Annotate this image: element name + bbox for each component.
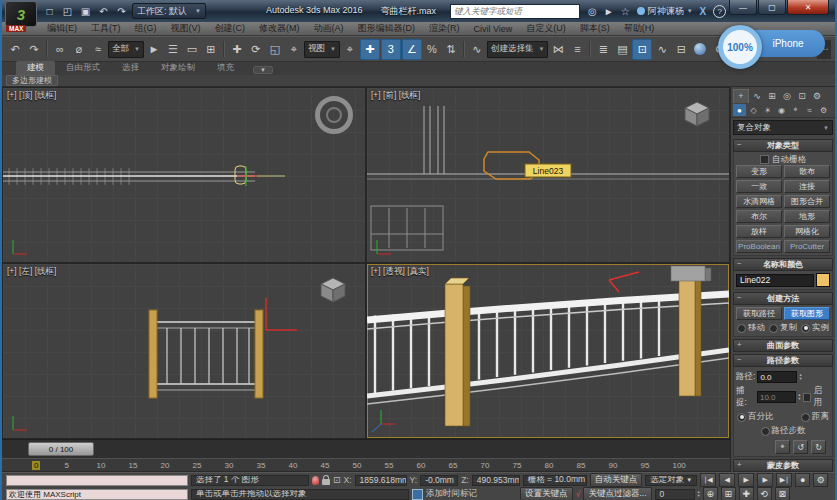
select-object-icon[interactable]: ► (145, 40, 163, 59)
offset-mode-icon[interactable]: ⊡ (333, 475, 341, 485)
rollout-skin-params-header[interactable]: +蒙皮参数 (733, 459, 833, 472)
undo-button[interactable]: ↶ (96, 4, 111, 18)
coord-system-dropdown[interactable]: 视图▼ (304, 41, 340, 58)
select-by-name-icon[interactable]: ☰ (164, 40, 182, 59)
zoom-icon[interactable]: ⊕ (703, 487, 718, 500)
spinner-arrows[interactable]: ▴▾ (798, 393, 800, 401)
geometry-category-dropdown[interactable]: 复合对象▼ (733, 120, 833, 135)
y-coordinate-field[interactable]: -0.0mm (420, 475, 458, 486)
auto-key-button[interactable]: 自动关键点 (590, 473, 643, 487)
object-color-swatch[interactable] (816, 273, 830, 287)
object-type-button[interactable]: 一致 (736, 180, 782, 193)
radio-move[interactable]: 移动 (737, 322, 765, 334)
tab-create[interactable]: + (733, 89, 749, 103)
viewport-perspective[interactable]: [+] [透视] [真实] (367, 264, 729, 438)
track-bar-tick[interactable]: 90 (608, 461, 640, 470)
time-slider-track[interactable]: 0 / 100 (2, 439, 730, 459)
tab-modify[interactable]: ∿ (750, 89, 764, 102)
save-file-button[interactable]: ▣ (78, 4, 93, 18)
rect-selection-region-icon[interactable]: ▭ (183, 40, 201, 59)
polygon-modeling-panel[interactable]: 多边形建模 (6, 75, 58, 86)
app-logo-button[interactable]: 3 (5, 1, 37, 27)
object-type-button[interactable]: 散布 (784, 165, 830, 178)
category-geometry-icon[interactable]: ● (733, 104, 746, 116)
select-place-icon[interactable]: ⌖ (285, 40, 303, 59)
undo-icon[interactable]: ↶ (6, 40, 24, 59)
get-path-button[interactable]: 获取路径 (736, 307, 782, 320)
tab-hierarchy[interactable]: ⊞ (765, 89, 779, 102)
help-search[interactable] (450, 4, 580, 19)
object-type-button[interactable]: 变形 (736, 165, 782, 178)
redo-icon[interactable]: ↷ (25, 40, 43, 59)
favorites-star-icon[interactable]: ☆ (621, 6, 630, 17)
radio-instance[interactable]: 实例 (801, 322, 829, 334)
spinner-arrows[interactable]: ▴▾ (799, 373, 801, 381)
snap-enable-checkbox[interactable] (803, 393, 812, 402)
align-icon[interactable]: ≡ (568, 40, 586, 59)
menu-item[interactable]: 编辑(E) (40, 22, 84, 35)
viewport-perspective-label[interactable]: [+] [透视] [真实] (371, 266, 429, 278)
zoom-all-icon[interactable]: ⊞ (721, 487, 736, 500)
angle-snap-icon[interactable]: ∠ (402, 39, 422, 60)
tab-display[interactable]: ⊡ (795, 89, 809, 102)
selection-set-dropdown[interactable]: 选定对象▼ (645, 475, 697, 486)
track-bar-tick[interactable]: 70 (480, 461, 512, 470)
next-shape-button[interactable]: ↻ (811, 440, 826, 454)
time-slider-handle[interactable]: 0 / 100 (28, 442, 94, 456)
graphite-toggle-icon[interactable]: ▤ (613, 40, 631, 59)
track-bar-tick[interactable]: 80 (544, 461, 576, 470)
curve-editor-icon[interactable]: ∿ (653, 40, 671, 59)
category-lights-icon[interactable]: ☀ (761, 104, 774, 116)
object-type-button[interactable]: 图形合并 (784, 195, 830, 208)
object-type-button[interactable]: ProCutter (784, 240, 830, 253)
bind-spacewarp-icon[interactable]: ≈ (89, 40, 107, 59)
object-type-button[interactable]: 放样 (736, 225, 782, 238)
track-bar-tick[interactable]: 15 (128, 461, 160, 470)
workspace-dropdown[interactable]: 工作区: 默认▼ (132, 3, 206, 19)
track-bar-tick[interactable]: 85 (576, 461, 608, 470)
track-bar[interactable]: 0510152025303540455055606570758085909510… (2, 459, 730, 472)
object-type-button[interactable]: 水滴网格 (736, 195, 782, 208)
menu-item[interactable]: 图形编辑器(D) (351, 22, 423, 35)
pivot-center-icon[interactable]: ⌖ (341, 40, 359, 59)
viewcube-icon[interactable] (321, 278, 345, 302)
new-file-button[interactable]: □ (42, 4, 57, 18)
pan-icon[interactable]: ✚ (739, 487, 754, 500)
track-bar-tick[interactable]: 65 (448, 461, 480, 470)
track-bar-tick[interactable]: 75 (512, 461, 544, 470)
ribbon-tab[interactable]: 对象绘制 (150, 61, 206, 75)
menu-item[interactable]: 工具(T) (84, 22, 128, 35)
ribbon-collapse-button[interactable]: ▼ (253, 66, 273, 74)
material-editor-icon[interactable] (691, 40, 709, 59)
set-keys-icon[interactable]: √ (576, 489, 581, 499)
track-bar-tick[interactable]: 60 (416, 461, 448, 470)
search-input[interactable] (451, 6, 579, 16)
key-filters-button[interactable]: 关键点过滤器... (583, 487, 651, 500)
track-bar-tick[interactable]: 30 (224, 461, 256, 470)
help-icon[interactable]: ? (713, 5, 726, 18)
time-config-button[interactable]: ⚙ (813, 473, 828, 487)
object-name-field[interactable]: Line022 (736, 274, 814, 287)
layer-manager-icon[interactable]: ≣ (594, 40, 612, 59)
go-to-start-button[interactable]: ∣◀ (700, 473, 716, 487)
viewcube-compass[interactable] (315, 96, 353, 134)
previous-frame-button[interactable]: ◀ (719, 473, 735, 487)
window-crossing-icon[interactable]: ⊞ (202, 40, 220, 59)
select-manipulate-icon[interactable]: ✚ (360, 39, 380, 60)
rollout-creation-method-header[interactable]: −创建方法 (733, 292, 833, 305)
track-bar-tick[interactable]: 100 (672, 461, 704, 470)
menu-item[interactable]: 帮助(H) (617, 22, 662, 35)
rollout-surface-params-header[interactable]: +曲面参数 (733, 339, 833, 352)
close-button[interactable]: ✕ (787, 0, 829, 15)
rollout-object-type-header[interactable]: −对象类型 (733, 139, 833, 152)
signin-user[interactable]: 阿神谏杨▼ (637, 5, 693, 18)
exchange-apps-icon[interactable]: X (700, 6, 707, 17)
viewport-top[interactable]: [+] [顶] [线框] (3, 88, 365, 262)
track-bar-tick[interactable]: 95 (640, 461, 672, 470)
edit-named-sets-icon[interactable]: ∿ (468, 40, 486, 59)
tab-motion[interactable]: ◎ (780, 89, 794, 102)
next-frame-button[interactable]: ▶ (757, 473, 773, 487)
frame-spinner[interactable]: ▴▾ (698, 490, 700, 498)
get-shape-button[interactable]: 获取图形 (784, 307, 830, 320)
rollout-path-params-header[interactable]: −路径参数 (733, 354, 833, 367)
